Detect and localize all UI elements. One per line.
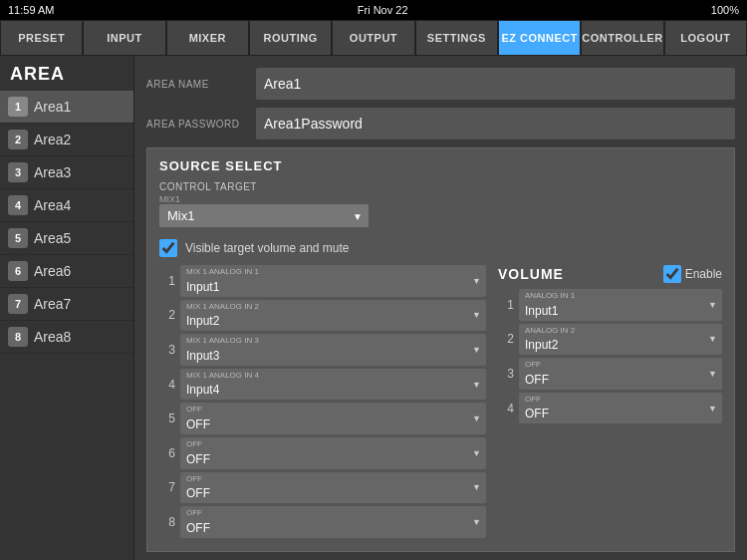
source-select-title: SOURCE SELECT [159, 158, 722, 173]
visible-target-checkbox[interactable] [159, 239, 177, 257]
source-row-content-4: MIX 1 ANALOG IN 4Input1Input2Input3Input… [180, 369, 486, 401]
volume-title: VOLUME [498, 266, 564, 282]
source-row-num-5: 5 [159, 403, 175, 434]
nav-tab-settings[interactable]: SETTINGS [415, 20, 498, 56]
sidebar-label-4: Area4 [34, 197, 71, 213]
volume-row-content-1: ANALOG IN 1Input1Input2OFF▼ [519, 289, 722, 321]
status-date: Fri Nov 22 [358, 4, 408, 16]
nav-tab-logout[interactable]: LOGOUT [664, 20, 747, 56]
source-row-arrow-7: ▼ [472, 482, 481, 492]
sidebar-label-6: Area6 [34, 263, 71, 279]
volume-enable-checkbox[interactable] [663, 265, 681, 283]
sidebar-item-area5[interactable]: 5Area5 [0, 222, 133, 255]
sidebar-num-3: 3 [8, 162, 28, 182]
nav-tab-ez-connect[interactable]: EZ CONNECT [498, 20, 581, 56]
area-name-input[interactable] [256, 68, 735, 100]
sidebar-items: 1Area12Area23Area34Area45Area56Area67Are… [0, 91, 133, 354]
volume-row-select-2[interactable]: Input1Input2OFF [525, 338, 698, 352]
area-name-row: AREA NAME [146, 68, 735, 100]
source-row-1: 1MIX 1 ANALOG IN 1Input1Input2Input3Inpu… [159, 265, 486, 297]
main-layout: AREA 1Area12Area23Area34Area45Area56Area… [0, 56, 747, 560]
source-row-4: 4MIX 1 ANALOG IN 4Input1Input2Input3Inpu… [159, 369, 486, 401]
source-row-select-2[interactable]: Input1Input2Input3Input4OFF [186, 314, 462, 328]
volume-row-4: 4OFFOFFInput1▼ [498, 393, 722, 424]
source-row-content-2: MIX 1 ANALOG IN 2Input1Input2Input3Input… [180, 300, 486, 332]
sidebar: AREA 1Area12Area23Area34Area45Area56Area… [0, 56, 134, 560]
lower-area: 1MIX 1 ANALOG IN 1Input1Input2Input3Inpu… [159, 265, 722, 541]
source-row-num-1: 1 [159, 265, 175, 297]
volume-enable-row: Enable [663, 265, 722, 283]
sidebar-item-area8[interactable]: 8Area8 [0, 321, 133, 354]
volume-row-select-3[interactable]: OFFInput1 [525, 373, 698, 387]
source-row-arrow-4: ▼ [472, 380, 481, 390]
control-target-dropdown-wrap: Mix1Mix2Mix3 ▼ [159, 204, 369, 227]
sidebar-title: AREA [0, 56, 133, 91]
sidebar-item-area4[interactable]: 4Area4 [0, 189, 133, 222]
volume-row-num-1: 1 [498, 289, 514, 321]
source-row-select-8[interactable]: OFFInput1Input2 [186, 521, 462, 535]
source-row-arrow-3: ▼ [472, 345, 481, 355]
source-row-num-4: 4 [159, 369, 175, 401]
source-row-content-5: OFFOFFInput1Input2▼ [180, 403, 486, 434]
volume-row-select-4[interactable]: OFFInput1 [525, 407, 698, 420]
source-row-sublabel-5: OFF [186, 405, 462, 415]
control-target-label: CONTROL TARGET [159, 181, 722, 192]
sidebar-label-3: Area3 [34, 164, 71, 180]
source-row-select-3[interactable]: Input1Input2Input3Input4OFF [186, 349, 462, 363]
source-row-num-8: 8 [159, 506, 175, 538]
sidebar-item-area6[interactable]: 6Area6 [0, 255, 133, 288]
nav-tab-controller[interactable]: CONTROLLER [581, 20, 663, 56]
source-row-select-6[interactable]: OFFInput1Input2 [186, 452, 462, 466]
source-row-sublabel-6: OFF [186, 439, 462, 449]
source-row-num-6: 6 [159, 437, 175, 469]
sidebar-item-area2[interactable]: 2Area2 [0, 124, 133, 156]
volume-row-arrow-4: ▼ [708, 404, 717, 414]
area-password-input[interactable] [256, 108, 735, 140]
volume-row-1: 1ANALOG IN 1Input1Input2OFF▼ [498, 289, 722, 321]
nav-tab-preset[interactable]: PRESET [0, 20, 83, 56]
sidebar-item-area3[interactable]: 3Area3 [0, 156, 133, 189]
area-name-label: AREA NAME [146, 79, 256, 90]
sidebar-num-4: 4 [8, 195, 28, 215]
volume-row-num-3: 3 [498, 358, 514, 390]
source-row-num-2: 2 [159, 300, 175, 332]
status-battery: 100% [711, 4, 739, 16]
source-row-sublabel-8: OFF [186, 508, 462, 518]
nav-tab-routing[interactable]: ROUTING [249, 20, 332, 56]
visible-target-label: Visible target volume and mute [185, 241, 350, 255]
source-select-panel: SOURCE SELECT CONTROL TARGET MIX1 Mix1Mi… [146, 147, 735, 552]
nav-tab-input[interactable]: INPUT [83, 20, 165, 56]
sidebar-num-8: 8 [8, 327, 28, 347]
source-row-3: 3MIX 1 ANALOG IN 3Input1Input2Input3Inpu… [159, 334, 486, 366]
area-password-row: AREA PASSWORD [146, 108, 735, 140]
source-row-5: 5OFFOFFInput1Input2▼ [159, 403, 486, 434]
mix-label: MIX1 [159, 194, 722, 204]
sidebar-num-7: 7 [8, 294, 28, 314]
volume-panel: VOLUME Enable 1ANALOG IN 1Input1Input2OF… [498, 265, 722, 541]
source-row-6: 6OFFOFFInput1Input2▼ [159, 437, 486, 469]
control-target-select[interactable]: Mix1Mix2Mix3 [159, 204, 369, 227]
source-row-select-1[interactable]: Input1Input2Input3Input4OFF [186, 280, 462, 294]
source-row-arrow-2: ▼ [472, 310, 481, 320]
sidebar-label-5: Area5 [34, 230, 71, 246]
source-row-select-7[interactable]: OFFInput1Input2 [186, 486, 462, 500]
content-area: AREA NAME AREA PASSWORD SOURCE SELECT CO… [134, 56, 747, 560]
volume-row-content-2: ANALOG IN 2Input1Input2OFF▼ [519, 324, 722, 356]
source-row-select-4[interactable]: Input1Input2Input3Input4OFF [186, 383, 462, 397]
sidebar-item-area7[interactable]: 7Area7 [0, 288, 133, 321]
volume-row-arrow-1: ▼ [708, 300, 717, 310]
source-row-8: 8OFFOFFInput1Input2▼ [159, 506, 486, 538]
sidebar-item-area1[interactable]: 1Area1 [0, 91, 133, 124]
source-row-select-5[interactable]: OFFInput1Input2 [186, 418, 462, 431]
source-row-content-3: MIX 1 ANALOG IN 3Input1Input2Input3Input… [180, 334, 486, 366]
source-row-sublabel-2: MIX 1 ANALOG IN 2 [186, 302, 462, 312]
nav-tab-output[interactable]: OUTPUT [332, 20, 414, 56]
sidebar-label-8: Area8 [34, 329, 71, 345]
source-row-sublabel-4: MIX 1 ANALOG IN 4 [186, 371, 462, 381]
nav-tab-mixer[interactable]: MIXER [166, 20, 249, 56]
source-row-sublabel-7: OFF [186, 474, 462, 484]
source-row-arrow-8: ▼ [472, 517, 481, 527]
volume-row-select-1[interactable]: Input1Input2OFF [525, 304, 698, 318]
volume-row-sublabel-1: ANALOG IN 1 [525, 291, 698, 301]
sidebar-label-1: Area1 [34, 99, 71, 115]
